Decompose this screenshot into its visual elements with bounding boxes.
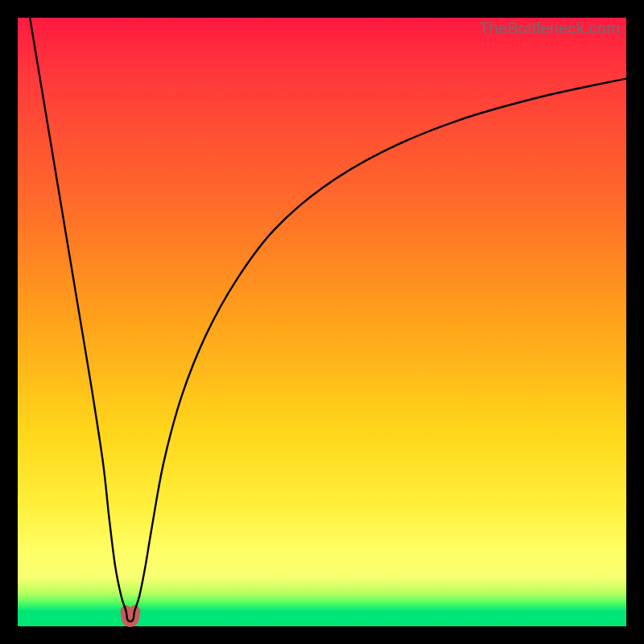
bottleneck-curve-svg: [18, 18, 626, 626]
curve-group: [30, 18, 626, 621]
watermark-text: TheBottleneck.com: [479, 19, 620, 38]
chart-frame: TheBottleneck.com: [18, 18, 626, 626]
v-curve: [30, 18, 626, 621]
